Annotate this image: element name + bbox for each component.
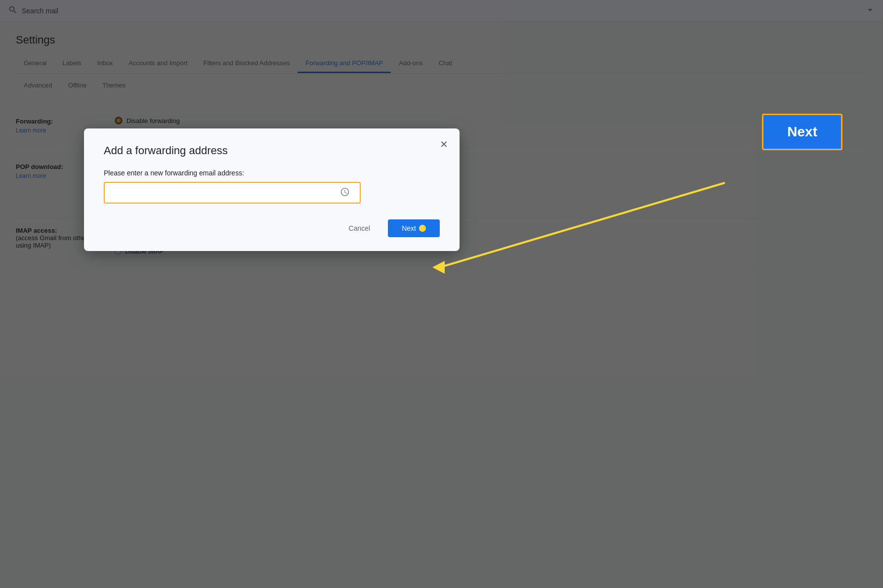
annotation-next-label: Next (762, 114, 842, 150)
dialog-input-wrap (104, 182, 440, 204)
annotation-next-button: Next (762, 114, 842, 150)
dialog-actions: Cancel Next (104, 219, 440, 237)
dialog-input-label: Please enter a new forwarding email addr… (104, 169, 440, 177)
forwarding-address-input[interactable] (104, 182, 361, 204)
email-input-icon (340, 187, 350, 199)
dialog-title: Add a forwarding address (104, 144, 440, 157)
dialog-cancel-button[interactable]: Cancel (337, 219, 382, 237)
yellow-dot (419, 225, 426, 232)
dialog-close-button[interactable]: ✕ (436, 136, 452, 152)
dialog-overlay: ✕ Add a forwarding address Please enter … (0, 0, 883, 588)
add-forwarding-dialog: ✕ Add a forwarding address Please enter … (84, 128, 460, 251)
dialog-next-button[interactable]: Next (388, 219, 440, 237)
